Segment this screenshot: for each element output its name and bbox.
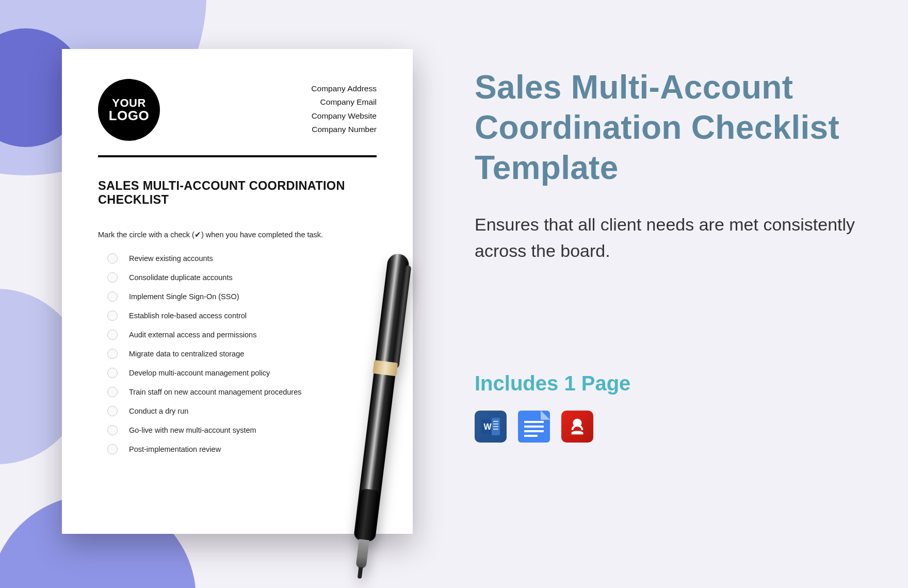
word-icon: W xyxy=(475,411,507,443)
list-item: Migrate data to centralized storage xyxy=(107,349,377,359)
instruction-text: Mark the circle with a check (✔) when yo… xyxy=(98,231,377,239)
list-item: Establish role-based access control xyxy=(107,311,377,321)
company-meta: Company Address Company Email Company We… xyxy=(311,79,377,136)
checkbox-icon xyxy=(107,253,118,264)
list-item: Implement Single Sign-On (SSO) xyxy=(107,291,377,302)
item-label: Implement Single Sign-On (SSO) xyxy=(129,292,239,301)
item-label: Go-live with new multi-account system xyxy=(129,426,256,434)
list-item: Develop multi-account management policy xyxy=(107,368,377,378)
document-header: YOUR LOGO Company Address Company Email … xyxy=(98,79,377,141)
svg-rect-4 xyxy=(493,426,498,427)
item-label: Migrate data to centralized storage xyxy=(129,350,244,358)
format-icons: W xyxy=(475,411,877,443)
checkbox-icon xyxy=(107,349,118,359)
company-address: Company Address xyxy=(311,82,377,95)
template-description: Ensures that all client needs are met co… xyxy=(475,211,877,264)
checkbox-icon xyxy=(107,425,118,435)
includes-label: Includes 1 Page xyxy=(475,372,877,395)
list-item: Post-implementation review xyxy=(107,444,377,454)
list-item: Go-live with new multi-account system xyxy=(107,425,377,435)
checkbox-icon xyxy=(107,444,118,454)
svg-rect-5 xyxy=(493,429,498,430)
checkbox-icon xyxy=(107,291,118,302)
logo-line-2: LOGO xyxy=(109,109,150,123)
checkbox-icon xyxy=(107,406,118,416)
checklist: Review existing accounts Consolidate dup… xyxy=(98,253,377,454)
logo-placeholder: YOUR LOGO xyxy=(98,79,160,141)
item-label: Review existing accounts xyxy=(129,254,213,263)
item-label: Train staff on new account management pr… xyxy=(129,388,302,396)
svg-text:W: W xyxy=(483,422,492,431)
list-item: Review existing accounts xyxy=(107,253,377,264)
list-item: Conduct a dry run xyxy=(107,406,377,416)
document-title: SALES MULTI-ACCOUNT COORDINATION CHECKLI… xyxy=(98,179,377,207)
company-email: Company Email xyxy=(311,95,377,109)
divider xyxy=(98,155,377,157)
google-docs-icon xyxy=(518,411,550,443)
list-item: Consolidate duplicate accounts xyxy=(107,272,377,283)
svg-rect-3 xyxy=(493,423,498,424)
logo-line-1: YOUR xyxy=(112,97,146,109)
item-label: Establish role-based access control xyxy=(129,312,247,320)
checkbox-icon xyxy=(107,387,118,397)
item-label: Conduct a dry run xyxy=(129,407,188,415)
checkbox-icon xyxy=(107,272,118,283)
checkbox-icon xyxy=(107,311,118,321)
checkbox-icon xyxy=(107,368,118,378)
company-number: Company Number xyxy=(311,123,377,136)
item-label: Develop multi-account management policy xyxy=(129,369,270,377)
company-website: Company Website xyxy=(311,109,377,123)
item-label: Audit external access and permissions xyxy=(129,331,256,339)
svg-rect-2 xyxy=(493,421,498,422)
list-item: Audit external access and permissions xyxy=(107,330,377,340)
list-item: Train staff on new account management pr… xyxy=(107,387,377,397)
pdf-icon xyxy=(561,411,593,443)
template-title: Sales Multi-Account Coordination Checkli… xyxy=(475,67,877,188)
checkbox-icon xyxy=(107,330,118,340)
promo-panel: Sales Multi-Account Coordination Checkli… xyxy=(475,67,877,443)
item-label: Consolidate duplicate accounts xyxy=(129,273,233,282)
item-label: Post-implementation review xyxy=(129,445,221,453)
